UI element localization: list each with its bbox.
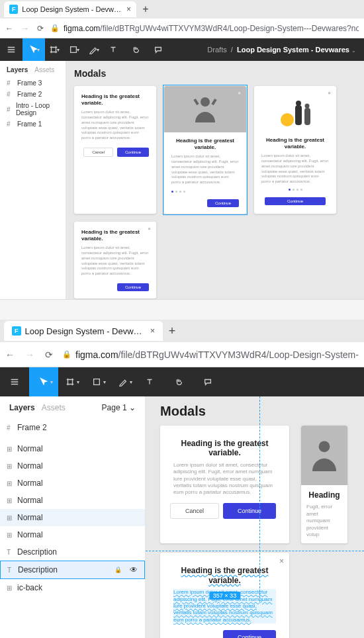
layers-tab[interactable]: Layers: [9, 403, 35, 412]
modal-heading: Heading is the greatest variable.: [173, 439, 276, 458]
layer-intro[interactable]: #Intro - Loop Design: [0, 100, 66, 118]
layer-item[interactable]: ⊞Normal: [0, 492, 145, 509]
comment-tool-icon[interactable]: [193, 367, 222, 396]
forward-icon[interactable]: →: [25, 349, 34, 360]
chevron-down-icon[interactable]: ▾: [57, 47, 60, 53]
chevron-down-icon[interactable]: ⌄: [351, 48, 356, 54]
close-tab-icon[interactable]: ×: [126, 5, 131, 14]
browser-toolbar: ← → ⟳ 🔒 figma.com/file/dBTRgUWv4wiTTXVYM…: [0, 342, 364, 367]
cancel-button[interactable]: Cancel: [83, 148, 113, 157]
layer-item[interactable]: ⊞Normal: [0, 440, 145, 457]
layer-frame1[interactable]: #Frame 1: [0, 118, 66, 130]
close-icon[interactable]: ×: [238, 90, 241, 96]
new-tab-button[interactable]: +: [165, 324, 179, 338]
file-name[interactable]: Loop Design System - Devwares: [237, 46, 349, 54]
text-tool-icon[interactable]: [135, 367, 164, 396]
chevron-down-icon[interactable]: ▾: [37, 47, 40, 53]
hand-tool-icon[interactable]: [124, 38, 147, 61]
close-icon[interactable]: ×: [328, 90, 331, 96]
layer-item[interactable]: ⊞Normal: [0, 509, 145, 526]
pen-tool-icon[interactable]: [109, 367, 138, 396]
modal-heading: Heading is the greatest variable.: [81, 93, 149, 106]
layer-item[interactable]: ⊞Normal: [0, 475, 145, 492]
shape-tool-icon[interactable]: [82, 367, 111, 396]
visibility-icon[interactable]: 👁: [130, 565, 138, 574]
lock-icon: 🔒: [62, 350, 71, 359]
modal-card[interactable]: Heading is the greatest variable. Lorem …: [160, 426, 289, 543]
move-tool-icon[interactable]: [23, 38, 45, 61]
layer-icback[interactable]: ⊞ic-back: [0, 579, 145, 596]
continue-button[interactable]: Continue: [207, 199, 239, 207]
chevron-down-icon[interactable]: ▾: [103, 379, 106, 385]
figma-favicon: F: [12, 326, 21, 336]
back-icon[interactable]: ←: [5, 349, 15, 360]
chevron-down-icon[interactable]: ▾: [77, 47, 79, 53]
move-tool-icon[interactable]: [29, 367, 58, 396]
layer-description-selected[interactable]: T Description 🔒 👁: [0, 561, 145, 579]
canvas[interactable]: Modals Heading is the greatest variable.…: [146, 396, 364, 638]
back-icon[interactable]: ←: [5, 24, 13, 33]
shape-tool-icon[interactable]: [62, 38, 85, 61]
modal-card-image[interactable]: Heading Fugit, error amet numquam provid…: [301, 426, 347, 543]
continue-button[interactable]: Continue: [265, 197, 326, 205]
new-tab-button[interactable]: +: [139, 3, 152, 15]
layers-panel: Layers Assets Page 1 ⌄ #Frame 2 ⊞Normal …: [0, 396, 146, 638]
canvas[interactable]: Modals Heading is the greatest variable.…: [66, 61, 364, 299]
browser-tab-bar: F Loop Design System - Devwares × +: [0, 320, 364, 342]
cancel-button[interactable]: Cancel: [170, 503, 219, 519]
continue-button[interactable]: Continue: [223, 503, 276, 519]
lock-icon: 🔒: [50, 24, 60, 32]
section-modals: Modals: [160, 404, 364, 418]
modal-card[interactable]: × Heading is the greatest variable. Lore…: [160, 553, 289, 638]
lock-icon[interactable]: 🔒: [114, 567, 122, 573]
menu-icon[interactable]: [0, 367, 29, 396]
continue-button[interactable]: Continue: [117, 283, 149, 291]
modal-card[interactable]: × Heading is the greatest variable. Lore…: [74, 222, 156, 298]
close-icon[interactable]: ×: [148, 226, 151, 232]
layer-frame3[interactable]: #Frame 3: [0, 77, 66, 89]
layer-item[interactable]: ⊞Normal: [0, 526, 145, 543]
chevron-down-icon[interactable]: ▾: [97, 47, 99, 53]
comment-tool-icon[interactable]: [147, 38, 169, 61]
close-tab-icon[interactable]: ×: [150, 326, 155, 336]
continue-button[interactable]: Continue: [117, 148, 149, 157]
address-bar[interactable]: 🔒 figma.com/file/dBTRgUWv4wiTTXVYM3WdR4/…: [62, 349, 359, 360]
browser-tab[interactable]: F Loop Design System - Devwares ×: [4, 321, 163, 341]
svg-point-2: [281, 113, 294, 126]
frame-tool-icon[interactable]: [56, 367, 85, 396]
group-icon: ⊞: [7, 497, 13, 504]
assets-tab[interactable]: Assets: [34, 66, 54, 73]
svg-point-6: [305, 104, 310, 109]
menu-icon[interactable]: [0, 38, 23, 61]
reload-icon[interactable]: ⟳: [45, 349, 53, 360]
modal-card-graphic[interactable]: × Heading is the greatest variable. Lore…: [254, 86, 336, 214]
layer-description[interactable]: TDescription: [0, 543, 145, 561]
layer-frame2[interactable]: #Frame 2: [0, 419, 145, 436]
page-dropdown[interactable]: Page 1 ⌄: [102, 403, 136, 412]
group-icon: ⊞: [7, 531, 13, 539]
browser-tab[interactable]: F Loop Design System - Devwares ×: [4, 1, 136, 17]
continue-button[interactable]: Continue: [223, 630, 276, 638]
address-bar[interactable]: 🔒 figma.com/file/dBTRgUWv4wiTTXVYM3WdR4/…: [50, 24, 359, 33]
figma-favicon: F: [9, 5, 18, 14]
layer-frame2[interactable]: #Frame 2: [0, 89, 66, 100]
text-tool-icon[interactable]: [102, 38, 124, 61]
hand-tool-icon[interactable]: [164, 367, 193, 396]
pen-tool-icon[interactable]: [82, 38, 105, 61]
chevron-down-icon[interactable]: ▾: [130, 379, 132, 385]
tab-title: Loop Design System - Devwares: [22, 5, 122, 13]
chevron-down-icon[interactable]: ▾: [77, 379, 79, 385]
reload-icon[interactable]: ⟳: [37, 24, 44, 33]
breadcrumb[interactable]: Drafts / Loop Design System - Devwares ⌄: [199, 46, 364, 54]
tab-title: Loop Design System - Devwares: [25, 326, 146, 336]
modal-card[interactable]: Heading is the greatest variable. Lorem …: [74, 86, 156, 214]
assets-tab[interactable]: Assets: [42, 403, 66, 412]
layers-tab[interactable]: Layers: [7, 66, 28, 73]
chevron-down-icon[interactable]: ▾: [50, 379, 53, 385]
layer-item[interactable]: ⊞Normal: [0, 457, 145, 475]
close-icon[interactable]: ×: [279, 557, 284, 566]
forward-icon[interactable]: →: [21, 24, 29, 33]
drafts-link[interactable]: Drafts: [207, 46, 226, 54]
modal-card-image[interactable]: × Heading is the greatest variable. Lore…: [164, 86, 246, 214]
frame-tool-icon[interactable]: [42, 38, 65, 61]
